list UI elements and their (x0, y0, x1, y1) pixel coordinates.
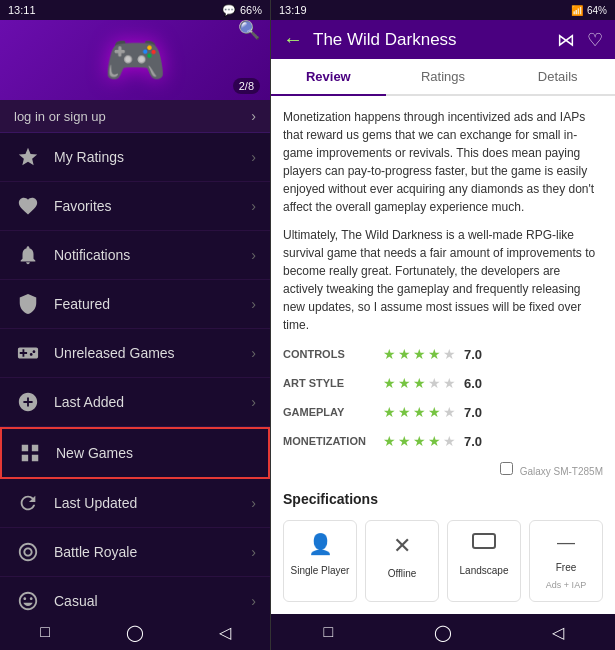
menu-label-casual: Casual (54, 593, 251, 609)
nav-triangle-btn[interactable]: ◁ (205, 614, 245, 650)
star-3: ★ (413, 402, 426, 423)
stars-art-style: ★ ★ ★ ★ ★ (383, 373, 456, 394)
banner-nav-indicator: 2/8 (233, 78, 260, 94)
grid-icon (16, 439, 44, 467)
spec-label-offline: Offline (388, 566, 417, 581)
device-checkbox[interactable] (500, 462, 513, 475)
game-title: The Wild Darkness (313, 30, 547, 50)
menu-label-last-updated: Last Updated (54, 495, 251, 511)
menu-list: My Ratings › Favorites › Notifications ›… (0, 133, 270, 614)
rating-row-art-style: ART STYLE ★ ★ ★ ★ ★ 6.0 (283, 373, 603, 394)
chevron-icon: › (251, 593, 256, 609)
sidebar-item-unreleased-games[interactable]: Unreleased Games › (0, 329, 270, 378)
sidebar-item-favorites[interactable]: Favorites › (0, 182, 270, 231)
tab-ratings[interactable]: Ratings (386, 59, 501, 94)
spec-label-landscape: Landscape (460, 563, 509, 578)
star-1: ★ (383, 373, 396, 394)
share-icon[interactable]: ⋈ (557, 29, 575, 51)
star-1: ★ (383, 344, 396, 365)
favorite-icon[interactable]: ♡ (587, 29, 603, 51)
star-2: ★ (398, 402, 411, 423)
status-bar-left: 13:11 💬 66% (0, 0, 270, 20)
sidebar-item-my-ratings[interactable]: My Ratings › (0, 133, 270, 182)
star-4: ★ (428, 373, 441, 394)
menu-label-new-games: New Games (56, 445, 254, 461)
spec-single-player: 👤 Single Player (283, 520, 357, 602)
spec-label-free: Free (556, 560, 577, 575)
score-gameplay: 7.0 (464, 403, 482, 423)
left-panel: 13:11 💬 66% 🎮 2/8 🔍 log in or sign up › … (0, 0, 270, 650)
bottom-nav-left: □ ◯ ◁ (0, 614, 270, 650)
login-chevron-icon: › (251, 108, 256, 124)
score-art-style: 6.0 (464, 374, 482, 394)
spec-label-single-player: Single Player (291, 563, 350, 578)
back-button[interactable]: ← (283, 28, 303, 51)
top-bar: ← The Wild Darkness ⋈ ♡ (271, 20, 615, 59)
smile-icon (14, 587, 42, 614)
sidebar-item-featured[interactable]: Featured › (0, 280, 270, 329)
plus-circle-icon (14, 388, 42, 416)
star-4: ★ (428, 431, 441, 452)
star-icon (14, 143, 42, 171)
refresh-icon (14, 489, 42, 517)
chevron-icon: › (251, 149, 256, 165)
menu-label-unreleased-games: Unreleased Games (54, 345, 251, 361)
login-bar[interactable]: log in or sign up › (0, 100, 270, 133)
device-label: Galaxy SM-T285M (283, 462, 603, 479)
star-5: ★ (443, 373, 456, 394)
nav-square-btn-right[interactable]: □ (308, 614, 348, 650)
menu-label-my-ratings: My Ratings (54, 149, 251, 165)
menu-label-notifications: Notifications (54, 247, 251, 263)
star-3: ★ (413, 431, 426, 452)
gamepad-icon (14, 339, 42, 367)
nav-square-btn[interactable]: □ (25, 614, 65, 650)
status-bar-right: 13:19 📶 64% (271, 0, 615, 20)
bell-icon (14, 241, 42, 269)
sidebar-item-last-added[interactable]: Last Added › (0, 378, 270, 427)
tab-details[interactable]: Details (500, 59, 615, 94)
rating-label-controls: CONTROLS (283, 346, 383, 363)
star-2: ★ (398, 373, 411, 394)
review-text-2: Ultimately, The Wild Darkness is a well-… (283, 226, 603, 334)
menu-label-favorites: Favorites (54, 198, 251, 214)
menu-label-featured: Featured (54, 296, 251, 312)
search-icon[interactable]: 🔍 (238, 20, 260, 41)
spec-landscape: Landscape (447, 520, 521, 602)
chevron-icon: › (251, 198, 256, 214)
score-monetization: 7.0 (464, 432, 482, 452)
free-icon: — (557, 529, 575, 556)
stars-gameplay: ★ ★ ★ ★ ★ (383, 402, 456, 423)
sidebar-item-battle-royale[interactable]: Battle Royale › (0, 528, 270, 577)
star-3: ★ (413, 344, 426, 365)
star-5: ★ (443, 431, 456, 452)
specs-row: 👤 Single Player ✕ Offline Landscape — Fr… (283, 520, 603, 602)
badge-icon (14, 290, 42, 318)
sidebar-item-notifications[interactable]: Notifications › (0, 231, 270, 280)
nav-circle-btn-right[interactable]: ◯ (423, 614, 463, 650)
target-icon (14, 538, 42, 566)
tabs-bar: Review Ratings Details (271, 59, 615, 96)
battery-right: 64% (587, 5, 607, 16)
nav-triangle-btn-right[interactable]: ◁ (538, 614, 578, 650)
signal-icon: 📶 (571, 5, 583, 16)
stars-controls: ★ ★ ★ ★ ★ (383, 344, 456, 365)
review-text-1: Monetization happens through incentivize… (283, 108, 603, 216)
nav-circle-btn[interactable]: ◯ (115, 614, 155, 650)
rating-row-monetization: MONETIZATION ★ ★ ★ ★ ★ 7.0 (283, 431, 603, 452)
sidebar-item-casual[interactable]: Casual › (0, 577, 270, 614)
star-1: ★ (383, 402, 396, 423)
star-3: ★ (413, 373, 426, 394)
tab-review[interactable]: Review (271, 59, 386, 94)
star-1: ★ (383, 431, 396, 452)
stars-monetization: ★ ★ ★ ★ ★ (383, 431, 456, 452)
login-text: log in or sign up (14, 109, 106, 124)
rating-row-controls: CONTROLS ★ ★ ★ ★ ★ 7.0 (283, 344, 603, 365)
time-right: 13:19 (279, 4, 307, 16)
sidebar-item-new-games[interactable]: New Games (0, 427, 270, 479)
spec-offline: ✕ Offline (365, 520, 439, 602)
score-controls: 7.0 (464, 345, 482, 365)
sidebar-item-last-updated[interactable]: Last Updated › (0, 479, 270, 528)
chevron-icon: › (251, 345, 256, 361)
star-4: ★ (428, 402, 441, 423)
single-player-icon: 👤 (308, 529, 333, 559)
